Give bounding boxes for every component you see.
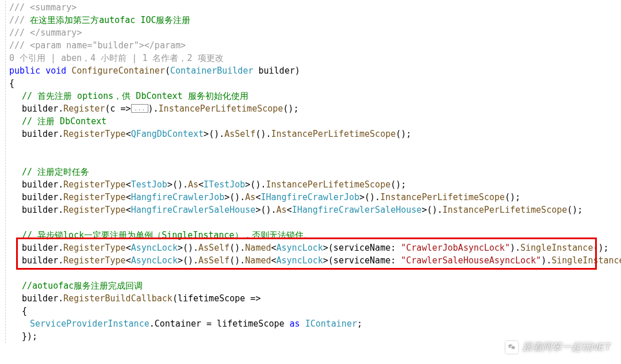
register-asynclock-crawlerjob: builder.RegisterType<AsyncLock>().AsSelf… <box>9 242 619 254</box>
callback-body: ServiceProviderInstance.Container = life… <box>9 317 619 330</box>
comment-dbcontext: // 注册 DbContext <box>9 115 619 128</box>
code-block: /// <summary> /// 在这里添加第三方autofac IOC服务注… <box>5 1 619 343</box>
blank-line <box>9 140 619 153</box>
comment-callback: //aotuofac服务注册完成回调 <box>9 279 619 292</box>
register-build-callback: builder.RegisterBuildCallback(lifetimeSc… <box>9 292 619 305</box>
register-testjob: builder.RegisterType<TestJob>().As<ITest… <box>9 178 619 191</box>
blank-line <box>9 267 619 279</box>
register-dbcontext: builder.RegisterType<QFangDbContext>().A… <box>9 128 619 140</box>
comment-options: // 首先注册 options，供 DbContext 服务初始化使用 <box>9 90 619 102</box>
comment-jobs: // 注册定时任务 <box>9 166 619 178</box>
watermark: 跟着阿笨一起玩NET <box>505 341 611 354</box>
callback-brace-open: { <box>9 305 619 317</box>
comment-asynclock: // 异步锁lock一定要注册为单例（SingleInstance），否则无法锁… <box>9 229 619 242</box>
doc-summary-close: /// </summary> <box>9 26 619 39</box>
blank-line <box>9 216 619 229</box>
register-options: builder.Register(c =>...).InstancePerLif… <box>9 102 619 115</box>
doc-summary-open: /// <summary> <box>9 1 619 14</box>
blank-line <box>9 153 619 166</box>
doc-summary-text: /// 在这里添加第三方autofac IOC服务注册 <box>9 14 619 26</box>
wechat-icon <box>505 341 518 354</box>
codelens[interactable]: 0 个引用 | aben，4 小时前 | 1 名作者，2 项更改 <box>9 52 619 64</box>
register-hangfirecrawlersalehouse: builder.RegisterType<HangfireCrawlerSale… <box>9 204 619 216</box>
method-signature: public void ConfigureContainer(Container… <box>9 64 619 77</box>
register-asynclock-crawlersalehouse: builder.RegisterType<AsyncLock>().AsSelf… <box>9 254 619 267</box>
watermark-text: 跟着阿笨一起玩NET <box>523 341 611 354</box>
doc-param: /// <param name="builder"></param> <box>9 39 619 52</box>
collapsed-region-icon[interactable]: ... <box>131 104 148 113</box>
register-hangfirecrawlerjob: builder.RegisterType<HangfireCrawlerJob>… <box>9 191 619 204</box>
brace-open: { <box>9 77 619 90</box>
